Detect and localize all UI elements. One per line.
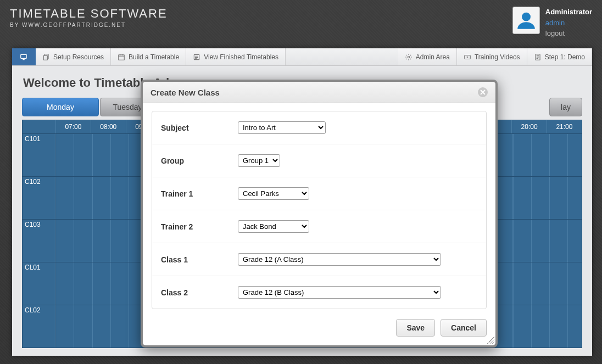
svg-point-0	[522, 13, 531, 21]
logout-link[interactable]: logout	[545, 28, 592, 39]
save-button[interactable]: Save	[396, 319, 435, 337]
resize-handle[interactable]	[487, 337, 494, 344]
subject-select[interactable]: Intro to Art	[238, 121, 326, 134]
svg-rect-1	[21, 54, 27, 58]
toolbar-build-timetable-label: Build a Timetable	[129, 53, 179, 61]
user-role: Administrator	[545, 7, 592, 18]
class2-select[interactable]: Grade 12 (B Class)	[238, 286, 441, 299]
dialog-footer: Save Cancel	[143, 311, 495, 345]
modal-container: Create New Class Subject Intro to Art Gr…	[141, 80, 498, 348]
time-0800: 08:00	[91, 120, 126, 133]
trainer2-select[interactable]: Jack Bond	[238, 220, 309, 233]
avatar[interactable]	[512, 7, 540, 34]
svg-point-6	[408, 56, 410, 58]
toolbar-build-timetable-button[interactable]: Build a Timetable	[111, 48, 186, 65]
copy-icon	[42, 53, 50, 61]
toolbar-admin-area-label: Admin Area	[416, 53, 450, 61]
toolbar-admin-area-button[interactable]: Admin Area	[398, 48, 457, 65]
time-0700: 07:00	[55, 120, 91, 133]
calendar-icon	[118, 53, 125, 61]
day-tab-monday[interactable]: Monday	[22, 98, 99, 116]
room-label: C101	[23, 134, 55, 176]
logo-title: TIMETABLE SOFTWARE	[10, 7, 168, 21]
list-icon	[193, 53, 200, 61]
toolbar-training-videos-label: Training Videos	[475, 53, 520, 61]
time-2100: 21:00	[547, 120, 582, 133]
user-username[interactable]: admin	[545, 18, 592, 29]
toolbar-training-videos-button[interactable]: Training Videos	[457, 48, 527, 65]
room-label: CL01	[23, 262, 55, 305]
trainer2-label: Trainer 2	[161, 222, 238, 231]
svg-rect-3	[43, 55, 47, 60]
toolbar-step1-demo-button[interactable]: Step 1: Demo	[527, 48, 592, 65]
user-icon	[516, 10, 537, 31]
close-icon	[480, 89, 486, 95]
gear-icon	[405, 53, 413, 61]
toolbar-setup-resources-button[interactable]: Setup Resources	[36, 48, 111, 65]
create-class-dialog: Create New Class Subject Intro to Art Gr…	[143, 82, 495, 345]
group-select[interactable]: Group 1	[238, 154, 280, 167]
close-button[interactable]	[478, 87, 488, 97]
room-label: CL02	[23, 305, 55, 348]
trainer1-label: Trainer 1	[161, 189, 238, 198]
subject-label: Subject	[161, 124, 238, 132]
group-label: Group	[161, 156, 238, 165]
room-label: C103	[23, 220, 55, 262]
svg-rect-4	[119, 54, 125, 59]
room-label: C102	[23, 177, 55, 219]
toolbar-setup-resources-label: Setup Resources	[53, 53, 104, 61]
video-icon	[464, 53, 471, 61]
form-box: Subject Intro to Art Group Group 1 Train…	[152, 111, 487, 309]
app-logo: TIMETABLE SOFTWARE BY WWW.GEOFFPARTRIDGE…	[10, 7, 168, 28]
toolbar-home-button[interactable]	[12, 48, 36, 65]
toolbar-view-finished-button[interactable]: View Finished Timetables	[186, 48, 286, 65]
class1-label: Class 1	[161, 255, 238, 264]
time-2000: 20:00	[511, 120, 547, 133]
day-tab-partial[interactable]: lay	[549, 98, 582, 116]
document-icon	[534, 53, 542, 61]
class2-label: Class 2	[161, 288, 238, 297]
toolbar-step1-demo-label: Step 1: Demo	[545, 53, 585, 61]
monitor-icon	[20, 53, 27, 61]
user-block: Administrator admin logout	[512, 7, 592, 39]
toolbar-view-finished-label: View Finished Timetables	[204, 53, 278, 61]
trainer1-select[interactable]: Cecil Parks	[238, 187, 309, 200]
toolbar-spacer	[286, 48, 398, 65]
dialog-title: Create New Class	[150, 88, 220, 97]
toolbar: Setup Resources Build a Timetable View F…	[12, 48, 592, 66]
cancel-button[interactable]: Cancel	[441, 319, 487, 337]
logo-subtitle: BY WWW.GEOFFPARTRIDGE.NET	[10, 22, 168, 28]
class1-select[interactable]: Grade 12 (A Class)	[238, 253, 441, 266]
dialog-header[interactable]: Create New Class	[143, 82, 495, 103]
